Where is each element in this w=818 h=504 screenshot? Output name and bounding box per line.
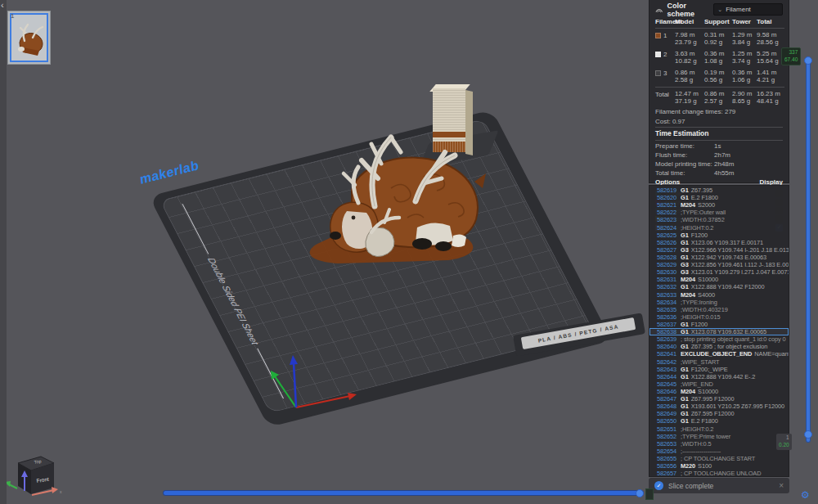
filament-table-header: Model — [675, 16, 704, 27]
slice-complete-notification: ✓ Slice complete × — [649, 478, 789, 493]
gcode-args: Z67.395 — [691, 187, 712, 194]
gcode-line[interactable]: 582625G1F1200 — [649, 232, 789, 239]
gcode-line[interactable]: 582650G1E.2 F1800 — [649, 417, 789, 425]
filament-cell: 1.41 m4.21 g — [757, 67, 784, 86]
gcode-line[interactable]: 582626G1X123.06 Y109.317 E.00171 — [649, 239, 789, 246]
gcode-line[interactable]: 582620G1E.2 F1800 — [649, 194, 789, 201]
move-slider-handle[interactable] — [636, 489, 644, 497]
gcode-line-number: 582625 — [649, 232, 681, 239]
nav-cube-x-label: x — [60, 489, 62, 494]
gcode-command: G1 — [681, 417, 689, 425]
gcode-command: G1 — [681, 232, 689, 239]
filament-swatch — [655, 70, 661, 76]
gcode-args: F1200;_WIPE — [691, 366, 728, 373]
gcode-line[interactable]: 582644G1X122.888 Y109.442 E-.2 — [649, 373, 789, 380]
gcode-args: Z67.395 ; for object exclusion — [691, 343, 768, 350]
gcode-line[interactable]: 582657; CP TOOLCHANGE UNLOAD — [649, 470, 789, 477]
gcode-line[interactable]: 582646M204S10000 — [649, 388, 789, 395]
gcode-args: X122.888 Y109.442 F12000 — [691, 283, 765, 290]
gcode-line[interactable]: 582622;TYPE:Outer wall — [649, 209, 789, 216]
filament-cell: 5.25 m15.64 g — [757, 48, 784, 67]
change-times-label: Filament change times: — [655, 108, 723, 115]
time-value: 2h7m — [714, 151, 730, 159]
gcode-command: G3 — [681, 261, 689, 268]
gcode-line[interactable]: 582628G1X122.942 Y109.743 E.00063 — [649, 254, 789, 261]
gcode-line[interactable]: 582629G3X122.856 Y109.461 I.112 J-.183 E… — [649, 261, 789, 268]
gcode-line[interactable]: 582637G1F1200 — [649, 321, 789, 328]
gcode-args: ;WIPE_END — [681, 380, 713, 388]
gcode-line[interactable]: 582635;WIDTH:0.403219 — [649, 306, 789, 313]
plate-thumbnail[interactable]: 1 — [7, 11, 51, 65]
gcode-line[interactable]: 582636;HEIGHT:0.015 — [649, 313, 789, 321]
plate-thumbnail-index: 1 — [11, 12, 14, 20]
gcode-line[interactable]: 582649G1Z67.595 F12000 — [649, 410, 789, 417]
gcode-line[interactable]: 582638G1X123.078 Y109.632 E.00065 — [649, 328, 789, 335]
cost-value: 0.97 — [672, 118, 685, 125]
gcode-line[interactable]: 582630G3X123.01 Y109.279 I.271 J.047 E.0… — [649, 268, 789, 276]
filament-total-cell: 2.90 m8.65 g — [732, 88, 757, 107]
gcode-args: ; CP TOOLCHANGE START — [681, 455, 755, 462]
gcode-line-number: 582650 — [649, 417, 681, 425]
gcode-line[interactable]: 582645;WIPE_END — [649, 380, 789, 388]
gcode-line[interactable]: 582619G1Z67.395 — [649, 187, 789, 194]
gcode-line[interactable]: 582642;WIPE_START — [649, 358, 789, 366]
gcode-line-number: 582643 — [649, 366, 681, 373]
layer-slider-bottom-handle[interactable] — [804, 430, 812, 439]
gcode-line[interactable]: 582652;TYPE:Prime tower — [649, 433, 789, 440]
move-slider[interactable] — [164, 491, 643, 495]
gcode-args: Z67.595 F12000 — [691, 410, 735, 417]
gcode-line[interactable]: 582639; stop printing object quant_1 id:… — [649, 335, 789, 343]
gcode-line[interactable]: 582623;WIDTH:0.37852 — [649, 216, 789, 223]
gcode-line[interactable]: 582641EXCLUDE_OBJECT_ENDNAME=quant_1_id_… — [649, 350, 789, 358]
chevron-down-icon: ⌄ — [717, 7, 722, 13]
filament-row-id: 1 — [655, 29, 675, 48]
gcode-line[interactable]: 582643G1F1200;_WIPE — [649, 366, 789, 373]
gcode-command: G1 — [681, 254, 689, 261]
gcode-line-number: 582639 — [649, 335, 681, 343]
gcode-line[interactable]: 582654;-------------------- — [649, 448, 789, 455]
gcode-line[interactable]: 582653;WIDTH:0.5 — [649, 440, 789, 448]
gcode-args: Z67.995 F12000 — [691, 395, 735, 403]
gcode-line-number: 582629 — [649, 261, 681, 268]
navigation-cube[interactable]: Top Front x — [5, 450, 65, 502]
gcode-line[interactable]: 582651;HEIGHT:0.2 — [649, 425, 789, 433]
filament-total-cell: 0.86 m2.57 g — [704, 88, 732, 107]
collapse-panel-icon[interactable] — [655, 6, 663, 13]
gcode-line-number: 582628 — [649, 254, 681, 261]
color-scheme-select[interactable]: ⌄ Filament — [713, 3, 783, 16]
gcode-line[interactable]: 582633M204S4000 — [649, 291, 789, 299]
gcode-line[interactable]: 582627G3X122.966 Y109.744 I-.201 J.18 E.… — [649, 246, 789, 254]
deer-model[interactable] — [293, 131, 497, 274]
gcode-command: G1 — [681, 187, 689, 194]
gcode-line-number: 582648 — [649, 403, 681, 410]
gcode-line[interactable]: 582656M220S100 — [649, 462, 789, 470]
layer-slider-top-handle[interactable] — [804, 56, 812, 65]
layer-slider[interactable] — [807, 57, 810, 442]
check-icon: ✓ — [654, 481, 663, 490]
gcode-line-number: 582642 — [649, 358, 681, 366]
gcode-viewer: 582619G1Z67.395582620G1E.2 F1800582621M2… — [649, 185, 789, 477]
gcode-line[interactable]: 582632G1X122.888 Y109.442 F12000 — [649, 283, 789, 290]
gcode-line-number: 582644 — [649, 373, 681, 380]
collapse-sidebar-icon[interactable]: ‹ — [1, 0, 4, 10]
gcode-line[interactable]: 582655; CP TOOLCHANGE START — [649, 455, 789, 462]
slicer-preview-window: Double Sided PEI Sheet makerlab PLA / AB… — [0, 0, 818, 504]
gear-icon[interactable]: ⚙ — [801, 489, 810, 501]
time-estimation-row: Total time:4h55m — [655, 169, 783, 178]
filament-table-header: Total — [757, 16, 784, 27]
close-icon[interactable]: × — [779, 481, 784, 490]
gcode-line-number: 582636 — [649, 313, 681, 321]
gcode-line[interactable]: 582640G1Z67.395 ; for object exclusion — [649, 343, 789, 350]
gcode-args: X122.888 Y109.442 E-.2 — [691, 373, 756, 380]
gcode-line-number: 582624 — [649, 224, 681, 232]
gcode-line[interactable]: 582647G1Z67.995 F12000 — [649, 395, 789, 403]
gcode-line-number: 582646 — [649, 388, 681, 395]
gcode-args: ;WIDTH:0.5 — [681, 440, 712, 448]
gcode-line[interactable]: 582634;TYPE:Ironing — [649, 299, 789, 306]
gcode-line[interactable]: 582621M204S2000 — [649, 201, 789, 209]
gcode-command: M204 — [681, 388, 695, 395]
gcode-line[interactable]: 582648G1X193.601 Y210.25 Z67.995 F12000 — [649, 403, 789, 410]
gcode-line[interactable]: 582624;HEIGHT:0.2 — [649, 224, 789, 232]
filament-cell: 1.25 m3.74 g — [732, 48, 757, 67]
gcode-line[interactable]: 582631M204S10000 — [649, 276, 789, 283]
